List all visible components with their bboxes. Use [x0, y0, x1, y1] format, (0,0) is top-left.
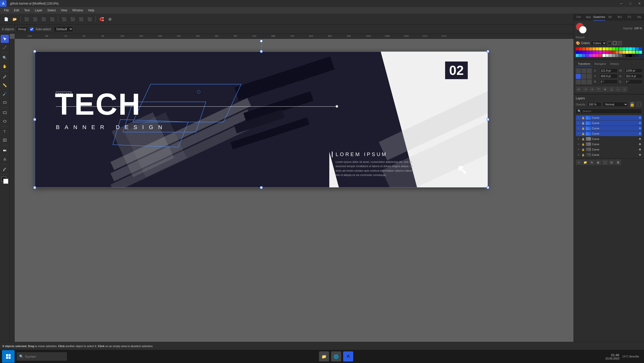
- align-mr[interactable]: [587, 74, 592, 79]
- layers-expand-btn[interactable]: ↕: [636, 102, 642, 107]
- layers-search-input[interactable]: [582, 110, 640, 113]
- layer-eye-7[interactable]: 👁: [577, 153, 580, 157]
- color-swatch[interactable]: [606, 51, 609, 54]
- pen-tool[interactable]: [1, 73, 9, 81]
- color-swatch[interactable]: [629, 51, 632, 54]
- color-swatch[interactable]: [579, 54, 582, 57]
- layer-delete-btn[interactable]: 🗑: [615, 160, 621, 165]
- colors-dropdown[interactable]: Colors: [591, 41, 606, 45]
- layer-item-4[interactable]: 👁 🔒 Curve: [576, 136, 642, 141]
- tab-navigator[interactable]: Navigator: [592, 62, 608, 66]
- align-ml[interactable]: [576, 74, 581, 79]
- color-swatch[interactable]: [626, 51, 629, 54]
- color-swatch[interactable]: [606, 54, 609, 57]
- color-swatch[interactable]: [636, 47, 639, 50]
- color-swatch[interactable]: [602, 47, 605, 50]
- pan-tool[interactable]: ✋: [1, 62, 9, 70]
- layer-add-btn[interactable]: +: [576, 160, 582, 165]
- layer-item-2[interactable]: 👁 🔒 Curve: [576, 126, 642, 131]
- color-swatch[interactable]: [632, 54, 635, 57]
- menu-text[interactable]: Text: [22, 8, 32, 13]
- pencil-tool[interactable]: ✏️: [1, 81, 9, 89]
- color-swatch[interactable]: [576, 47, 579, 50]
- layer-item-0[interactable]: 👁 🔒 Curve: [576, 115, 642, 120]
- color-swatch[interactable]: [612, 54, 615, 57]
- color-swatch[interactable]: [609, 47, 612, 50]
- tab-str[interactable]: Str: [605, 14, 615, 21]
- layer-item-6[interactable]: 👁 🔒 Curve: [576, 147, 642, 152]
- layer-item-1[interactable]: 👁 🔒 Curve: [576, 120, 642, 126]
- color-swatch[interactable]: [596, 51, 599, 54]
- grid-view-btn[interactable]: ≡: [613, 41, 617, 45]
- menu-edit[interactable]: Edit: [12, 8, 21, 13]
- color-swatch[interactable]: [626, 54, 629, 57]
- menu-select[interactable]: Select: [45, 8, 58, 13]
- layer-lock-3[interactable]: 🔒: [581, 132, 585, 135]
- color-swatch[interactable]: [596, 54, 599, 57]
- layer-adj-btn[interactable]: ◐: [595, 160, 601, 165]
- flip-v-btn[interactable]: ↕: [622, 86, 628, 92]
- menu-window[interactable]: Window: [70, 8, 85, 13]
- color-swatch[interactable]: [609, 54, 612, 57]
- align-mc[interactable]: [581, 74, 586, 79]
- color-swatch[interactable]: [599, 54, 602, 57]
- brush-tool[interactable]: 🖌️: [1, 90, 9, 98]
- layer-lock-0[interactable]: 🔒: [581, 116, 585, 119]
- align-br[interactable]: [587, 79, 592, 84]
- new-doc-button[interactable]: 📄: [2, 15, 10, 23]
- gradient-tool[interactable]: [1, 146, 9, 155]
- color-swatch[interactable]: [639, 51, 642, 54]
- x-input[interactable]: [599, 68, 618, 73]
- color-swatch[interactable]: [576, 51, 579, 54]
- close-button[interactable]: ✕: [635, 0, 644, 7]
- color-swatch[interactable]: [639, 47, 642, 50]
- color-swatch[interactable]: [612, 51, 615, 54]
- color-swatch[interactable]: [632, 51, 635, 54]
- snap-button[interactable]: 🧲: [97, 15, 105, 23]
- align-right-button[interactable]: ⬛: [40, 15, 48, 23]
- layer-eye-1[interactable]: 👁: [577, 121, 580, 125]
- color-swatch[interactable]: [589, 54, 592, 57]
- color-swatch[interactable]: [616, 51, 619, 54]
- align-right-btn[interactable]: ⊣: [589, 86, 595, 92]
- auto-select-checkbox[interactable]: [30, 27, 33, 31]
- color-swatch[interactable]: [636, 54, 639, 57]
- color-swatch[interactable]: [612, 47, 615, 50]
- text-tool[interactable]: T: [1, 128, 9, 136]
- layer-lock-5[interactable]: 🔒: [581, 142, 585, 146]
- color-swatch[interactable]: [602, 51, 605, 54]
- color-swatch[interactable]: [579, 51, 582, 54]
- tab-fx[interactable]: FX: [625, 14, 634, 21]
- align-center-button[interactable]: ⬛: [31, 15, 39, 23]
- layer-eye-5[interactable]: 👁: [577, 142, 580, 146]
- align-bc[interactable]: [581, 79, 586, 84]
- r-input[interactable]: [599, 79, 618, 84]
- color-swatch[interactable]: [599, 47, 602, 50]
- tab-transform[interactable]: Transform: [576, 62, 592, 66]
- distribute-button[interactable]: ⬛: [48, 15, 56, 23]
- menu-help[interactable]: Help: [86, 8, 96, 13]
- blend-mode-select[interactable]: Normal: [603, 102, 628, 107]
- minimize-button[interactable]: —: [617, 0, 626, 7]
- layer-eye-3[interactable]: 👁: [577, 132, 580, 135]
- h-input[interactable]: [625, 74, 643, 78]
- layer-lock-6[interactable]: 🔒: [581, 148, 585, 151]
- auto-select-select[interactable]: Default: [54, 26, 73, 32]
- taskbar-app-2[interactable]: 🌐: [331, 351, 341, 361]
- color-swatch[interactable]: [619, 51, 622, 54]
- align-tl[interactable]: [576, 68, 581, 73]
- eyedropper-tool[interactable]: [1, 165, 9, 173]
- select-tool[interactable]: [1, 35, 9, 43]
- layers-search-row[interactable]: 🔍: [576, 109, 642, 114]
- tab-swatches[interactable]: Swatches: [593, 14, 605, 21]
- color-swatches[interactable]: [1, 177, 8, 184]
- color-swatch[interactable]: [589, 47, 592, 50]
- color-swatch[interactable]: [606, 47, 609, 50]
- color-swatch[interactable]: [582, 51, 585, 54]
- color-swatch[interactable]: [626, 47, 629, 50]
- color-swatch[interactable]: [636, 51, 639, 54]
- color-swatch[interactable]: [616, 47, 619, 50]
- color-swatch[interactable]: [592, 51, 595, 54]
- node-tool-button[interactable]: ⬛: [60, 15, 68, 23]
- layer-lock-1[interactable]: 🔒: [581, 121, 585, 125]
